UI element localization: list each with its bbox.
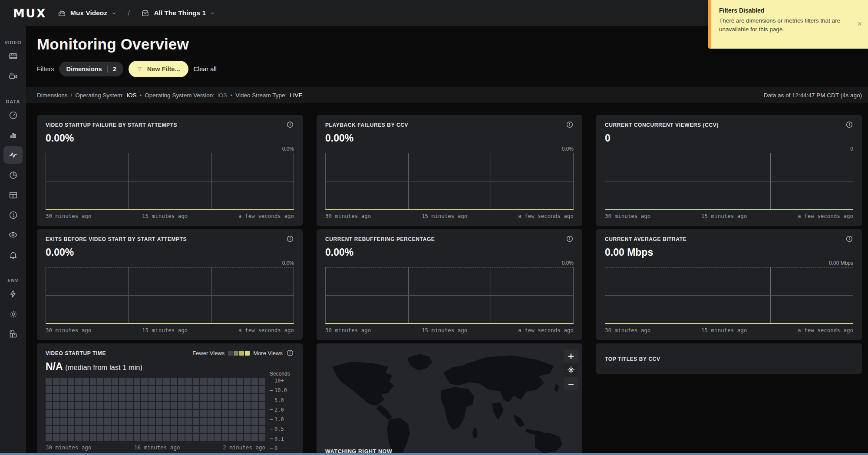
heatmap-cell <box>222 410 228 417</box>
chart-plot-area[interactable] <box>605 267 853 324</box>
heatmap-cell <box>68 402 74 409</box>
heatmap-cell <box>251 378 258 385</box>
heatmap-cell <box>222 386 228 393</box>
heatmap-cell <box>90 394 96 401</box>
close-icon[interactable]: × <box>857 20 862 28</box>
heatmap-cell <box>178 378 185 385</box>
heatmap-cell <box>112 402 118 409</box>
sidebar-item-layout[interactable] <box>3 185 23 205</box>
heatmap-cell <box>126 386 133 393</box>
heatmap-cell <box>75 410 82 417</box>
heatmap-cell <box>119 386 125 393</box>
heatmap-cell <box>237 426 243 433</box>
heatmap-cell <box>97 378 104 385</box>
chart-card: CURRENT CONCURRENT VIEWERS (CCV) 0 0 30 … <box>596 115 862 226</box>
heatmap-cell <box>53 426 59 433</box>
heatmap-cell <box>244 418 251 425</box>
heatmap-cell <box>244 434 251 442</box>
sidebar-item-eye[interactable] <box>3 225 23 245</box>
heatmap-grid[interactable] <box>46 378 265 441</box>
sidebar-item-pie-chart[interactable] <box>3 165 23 185</box>
info-icon[interactable] <box>566 235 574 243</box>
chart-plot-area[interactable] <box>325 267 574 324</box>
heatmap-cell <box>229 402 236 409</box>
heatmap-legend: Fewer Views More Views <box>192 349 294 357</box>
org-name: Mux Videoz <box>70 9 107 17</box>
heatmap-cell <box>171 410 177 417</box>
chart-plot-area[interactable] <box>46 153 294 210</box>
heatmap-cell <box>259 402 265 409</box>
heatmap-cell <box>193 378 199 385</box>
chart-plot-area[interactable] <box>46 267 294 324</box>
heatmap-cell <box>222 434 228 442</box>
heatmap-cell <box>185 386 192 393</box>
info-icon[interactable] <box>286 349 294 357</box>
legend-more-label: More Views <box>253 350 283 356</box>
heatmap-cell <box>171 434 177 442</box>
heatmap-cell <box>83 410 89 417</box>
heatmap-cell <box>75 378 82 385</box>
chart-value: 0.00% <box>46 132 294 144</box>
chart-value: 0.00 Mbps <box>605 247 853 258</box>
legend-color-scale <box>228 351 250 356</box>
info-icon[interactable] <box>845 235 853 243</box>
heatmap-cell <box>119 410 125 417</box>
cards-grid: VIDEO STARTUP FAILURE BY START ATTEMPTS … <box>37 115 862 455</box>
legend-swatch <box>245 351 250 356</box>
x-tick-label: 30 minutes ago <box>325 213 371 219</box>
chart-card: VIDEO STARTUP FAILURE BY START ATTEMPTS … <box>37 115 303 226</box>
map-zoom-out-button[interactable]: − <box>564 377 578 390</box>
x-tick-label: 30 minutes ago <box>605 213 650 219</box>
chart-title: CURRENT REBUFFERING PERCENTAGE <box>325 236 435 242</box>
heatmap-cell <box>46 378 52 385</box>
sidebar-item-pulse[interactable] <box>3 146 23 164</box>
chart-plot-area[interactable] <box>605 153 853 210</box>
viewers-map-card[interactable]: + − WATCHING RIGHT NOW 0 0 <box>317 343 582 455</box>
heatmap-cell <box>112 434 118 442</box>
heatmap-cell <box>126 410 133 417</box>
info-icon[interactable] <box>845 121 853 129</box>
y-tick-label: 2.0 <box>270 408 294 412</box>
heatmap-cell <box>90 426 96 433</box>
dimensions-filter-pill[interactable]: Dimensions 2 <box>59 62 123 76</box>
heatmap-cell <box>259 426 265 433</box>
org-switcher[interactable]: Mux Videoz <box>58 9 116 17</box>
gauge-icon <box>9 111 18 120</box>
environment-switcher[interactable]: All The Things 1 <box>141 9 215 17</box>
chart-plot-area[interactable] <box>325 153 574 210</box>
sidebar-item-film[interactable] <box>3 46 23 66</box>
map-locate-button[interactable] <box>564 363 578 376</box>
heatmap-cell <box>163 386 170 393</box>
x-tick-label: 2 minutes ago <box>223 444 265 451</box>
chart-value: 0 <box>605 132 853 144</box>
sidebar-item-alert-circle[interactable] <box>3 205 23 225</box>
new-filter-button[interactable]: New Filte... <box>129 61 188 77</box>
sidebar-item-gauge[interactable] <box>3 105 23 125</box>
sidebar-item-packages[interactable] <box>3 324 23 344</box>
clear-all-button[interactable]: Clear all <box>194 66 217 73</box>
heatmap-cell <box>229 410 236 417</box>
info-icon[interactable] <box>286 121 294 129</box>
filter-value: iOS <box>218 92 228 99</box>
heatmap-cell <box>156 402 162 409</box>
info-icon[interactable] <box>286 235 294 243</box>
sidebar-item-live-stream[interactable] <box>3 66 23 86</box>
world-map[interactable] <box>317 343 582 455</box>
heatmap-cell <box>200 378 207 385</box>
video-startup-time-card: VIDEO STARTUP TIME Fewer Views More View… <box>37 343 303 455</box>
y-tick-label: 10+ <box>270 379 294 383</box>
heatmap-cell <box>53 402 59 409</box>
sidebar-item-gear[interactable] <box>3 304 23 324</box>
toast-body: There are dimensions or metrics filters … <box>719 16 849 33</box>
chart-x-axis: 30 minutes ago 15 minutes ago a few seco… <box>46 327 294 333</box>
sidebar-item-bar-chart[interactable] <box>3 125 23 145</box>
info-icon[interactable] <box>566 121 574 129</box>
sidebar-item-bell[interactable] <box>3 245 23 265</box>
toast-title: Filters Disabled <box>719 7 851 14</box>
x-tick-label: 15 minutes ago <box>422 213 467 219</box>
heatmap-cell <box>251 402 258 409</box>
map-zoom-in-button[interactable]: + <box>564 349 578 363</box>
heatmap-x-axis: 30 minutes ago 16 minutes ago 2 minutes … <box>46 444 265 451</box>
heatmap-cell <box>163 402 170 409</box>
sidebar-item-lightning[interactable] <box>3 284 23 304</box>
